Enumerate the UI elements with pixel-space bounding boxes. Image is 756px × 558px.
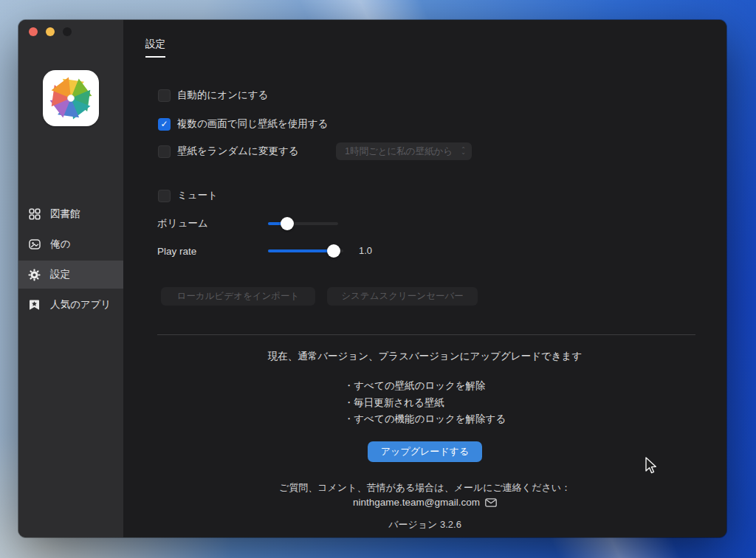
play-rate-slider[interactable] [268,249,343,252]
chevron-up-down-icon: ⌃ ⌄ [461,148,466,154]
volume-slider[interactable] [268,222,338,225]
auto-on-label: 自動的にオンにする [177,89,268,102]
minimize-button[interactable] [46,27,55,36]
volume-row: ボリューム [157,217,208,230]
sidebar-item-settings[interactable]: 設定 [18,261,123,289]
app-window: 図書館 俺の [18,20,726,537]
same-wallpaper-checkbox[interactable]: ✓ [158,118,171,131]
version-text: バージョン 3.2.6 [123,518,726,531]
random-wallpaper-checkbox[interactable] [158,145,171,158]
sidebar-item-label: 設定 [50,268,70,281]
pinwheel-icon [48,75,94,121]
benefit-item: ・すべての機能のロックを解除する [344,411,506,428]
sidebar-item-mine[interactable]: 俺の [18,230,123,258]
play-rate-label: Play rate [157,246,196,257]
upgrade-title: 現在、通常バージョン、プラスバージョンにアップグレードできます [123,350,726,363]
play-rate-slider-thumb[interactable] [327,244,340,258]
interval-selected-value: 1時間ごとに私の壁紙から [345,145,461,158]
email-row: ninthgame.team@gmail.com [123,497,726,509]
volume-slider-thumb[interactable] [281,217,294,230]
upgrade-benefits-list: ・すべての壁紙のロックを解除 ・毎日更新される壁紙 ・すべての機能のロックを解除… [123,378,726,428]
system-screensaver-button[interactable]: システムスクリーンセーバー [327,287,478,306]
play-rate-value: 1.0 [359,245,372,256]
random-wallpaper-label: 壁紙をランダムに変更する [177,145,299,158]
mute-row: ミュート [158,189,218,202]
close-button[interactable] [29,27,38,36]
auto-on-checkbox[interactable] [158,89,171,102]
play-rate-row: Play rate 1.0 [157,244,196,258]
mute-checkbox[interactable] [158,190,171,202]
sidebar-item-label: 人気のアプリ [50,298,111,311]
sidebar: 図書館 俺の [18,20,123,537]
sidebar-nav: 図書館 俺の [18,200,123,321]
settings-panel: 設定 自動的にオンにする ✓ 複数の画面で同じ壁紙を使用する 壁紙をランダムに変… [123,20,726,537]
benefit-item: ・毎日更新される壁紙 [344,395,506,412]
mute-label: ミュート [177,189,218,202]
photo-icon [28,238,41,251]
divider [157,334,695,335]
sidebar-item-label: 俺の [50,238,70,251]
interval-select[interactable]: 1時間ごとに私の壁紙から ⌃ ⌄ [336,142,472,160]
envelope-icon[interactable] [485,498,497,509]
grid-icon [28,208,41,221]
contact-text: ご質問、コメント、苦情がある場合は、メールにご連絡ください： [123,481,726,495]
sidebar-item-popular-apps[interactable]: 人気のアプリ [18,291,123,319]
random-wallpaper-row: 壁紙をランダムに変更する 1時間ごとに私の壁紙から ⌃ ⌄ [158,145,299,158]
bookmark-star-icon [28,299,41,311]
gear-icon [28,269,41,281]
same-wallpaper-label: 複数の画面で同じ壁紙を使用する [177,117,328,131]
tab-settings[interactable]: 設定 [145,38,165,58]
volume-label: ボリューム [157,217,208,230]
play-rate-slider-fill [268,249,334,252]
same-wallpaper-row: ✓ 複数の画面で同じ壁紙を使用する [158,117,328,131]
sidebar-item-label: 図書館 [50,207,80,221]
import-local-video-button[interactable]: ローカルビデオをインポート [161,287,315,306]
auto-on-row: 自動的にオンにする [158,89,268,102]
upgrade-button[interactable]: アップグレードする [368,441,482,462]
benefit-item: ・すべての壁紙のロックを解除 [344,378,506,395]
app-logo [43,70,99,126]
email-address[interactable]: ninthgame.team@gmail.com [353,497,480,508]
zoom-button[interactable] [63,27,72,36]
sidebar-item-library[interactable]: 図書館 [18,200,123,228]
